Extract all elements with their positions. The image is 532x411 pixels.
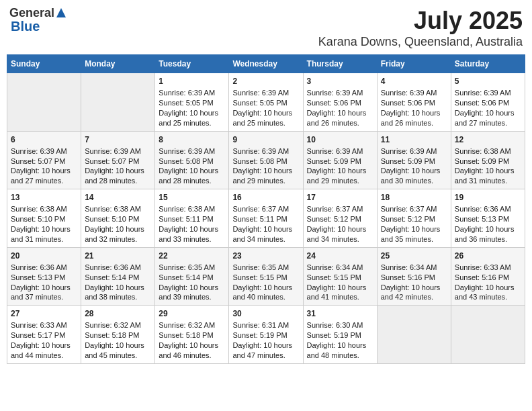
day-info: Sunrise: 6:34 AM (381, 263, 447, 273)
day-info: and 44 minutes. (11, 351, 77, 361)
day-number: 11 (381, 134, 447, 145)
day-info: and 29 minutes. (232, 176, 299, 186)
day-info: Daylight: 10 hours (232, 108, 299, 118)
day-info: Sunrise: 6:38 AM (159, 204, 225, 214)
day-info: Daylight: 10 hours (159, 340, 225, 351)
day-number: 22 (159, 250, 225, 261)
day-info: and 39 minutes. (159, 292, 225, 302)
day-info: Daylight: 10 hours (232, 224, 299, 234)
day-info: Daylight: 10 hours (381, 283, 447, 293)
day-number: 13 (11, 192, 77, 203)
logo: General Blue (9, 7, 67, 34)
day-info: Sunrise: 6:39 AM (159, 88, 225, 98)
calendar-cell: 3Sunrise: 6:39 AMSunset: 5:06 PMDaylight… (303, 73, 377, 132)
day-info: Sunset: 5:05 PM (232, 98, 299, 108)
day-info: and 29 minutes. (307, 176, 373, 186)
calendar-cell: 29Sunrise: 6:32 AMSunset: 5:18 PMDayligh… (155, 306, 229, 364)
calendar-week-row: 6Sunrise: 6:39 AMSunset: 5:07 PMDaylight… (7, 131, 525, 189)
day-number: 14 (85, 192, 151, 203)
day-number: 5 (455, 76, 521, 87)
day-info: Sunset: 5:05 PM (159, 98, 225, 108)
day-info: Sunset: 5:06 PM (381, 98, 447, 108)
day-info: Sunset: 5:11 PM (232, 214, 299, 224)
calendar-cell (7, 73, 81, 132)
day-info: Sunrise: 6:37 AM (232, 204, 299, 214)
day-info: Daylight: 10 hours (381, 108, 447, 118)
day-info: and 34 minutes. (232, 234, 299, 244)
day-info: Sunrise: 6:39 AM (85, 146, 151, 156)
logo-icon (55, 7, 67, 19)
day-number: 23 (232, 250, 299, 261)
day-info: Sunset: 5:13 PM (455, 214, 521, 224)
day-info: Daylight: 10 hours (85, 224, 151, 234)
title-block: July 2025 Karana Downs, Queensland, Aust… (318, 7, 523, 49)
day-info: and 26 minutes. (307, 118, 373, 128)
day-info: Sunrise: 6:39 AM (307, 88, 373, 98)
day-info: Sunrise: 6:39 AM (381, 146, 447, 156)
day-info: Sunset: 5:18 PM (85, 330, 151, 340)
calendar-cell: 16Sunrise: 6:37 AMSunset: 5:11 PMDayligh… (229, 189, 303, 248)
day-info: and 26 minutes. (381, 118, 447, 128)
day-number: 26 (455, 250, 521, 261)
day-info: Sunrise: 6:39 AM (232, 88, 299, 98)
col-header-monday: Monday (81, 55, 155, 73)
day-info: Sunset: 5:16 PM (381, 273, 447, 283)
day-number: 15 (159, 192, 225, 203)
calendar-week-row: 27Sunrise: 6:33 AMSunset: 5:17 PMDayligh… (7, 306, 525, 364)
day-info: Sunset: 5:19 PM (307, 330, 373, 340)
calendar-cell: 27Sunrise: 6:33 AMSunset: 5:17 PMDayligh… (7, 306, 81, 364)
day-number: 9 (232, 134, 299, 145)
day-info: Daylight: 10 hours (307, 283, 373, 293)
calendar-cell: 28Sunrise: 6:32 AMSunset: 5:18 PMDayligh… (81, 306, 155, 364)
day-info: and 25 minutes. (232, 118, 299, 128)
calendar-cell: 14Sunrise: 6:38 AMSunset: 5:10 PMDayligh… (81, 189, 155, 248)
calendar-cell: 2Sunrise: 6:39 AMSunset: 5:05 PMDaylight… (229, 73, 303, 132)
page-subtitle: Karana Downs, Queensland, Australia (318, 35, 523, 49)
day-info: and 27 minutes. (11, 176, 77, 186)
day-info: Sunset: 5:15 PM (232, 273, 299, 283)
page-title: July 2025 (318, 7, 523, 35)
day-info: and 35 minutes. (381, 234, 447, 244)
day-info: Sunrise: 6:34 AM (307, 263, 373, 273)
day-info: Daylight: 10 hours (159, 108, 225, 118)
day-info: Daylight: 10 hours (455, 108, 521, 118)
day-number: 7 (85, 134, 151, 145)
day-info: and 28 minutes. (159, 176, 225, 186)
day-info: Sunrise: 6:36 AM (455, 204, 521, 214)
day-info: Sunrise: 6:39 AM (307, 146, 373, 156)
calendar-cell: 30Sunrise: 6:31 AMSunset: 5:19 PMDayligh… (229, 306, 303, 364)
calendar-cell: 1Sunrise: 6:39 AMSunset: 5:05 PMDaylight… (155, 73, 229, 132)
day-number: 1 (159, 76, 225, 87)
day-info: and 34 minutes. (307, 234, 373, 244)
day-info: Daylight: 10 hours (159, 283, 225, 293)
day-info: and 40 minutes. (232, 292, 299, 302)
logo-blue-text: Blue (11, 19, 40, 34)
day-info: Daylight: 10 hours (159, 166, 225, 176)
day-info: and 36 minutes. (455, 234, 521, 244)
calendar-cell: 20Sunrise: 6:36 AMSunset: 5:13 PMDayligh… (7, 247, 81, 306)
calendar-cell: 22Sunrise: 6:35 AMSunset: 5:14 PMDayligh… (155, 247, 229, 306)
calendar-cell: 24Sunrise: 6:34 AMSunset: 5:15 PMDayligh… (303, 247, 377, 306)
day-info: Sunset: 5:18 PM (159, 330, 225, 340)
day-number: 20 (11, 250, 77, 261)
day-info: and 43 minutes. (455, 292, 521, 302)
day-info: and 30 minutes. (381, 176, 447, 186)
day-info: Sunset: 5:11 PM (159, 214, 225, 224)
col-header-saturday: Saturday (451, 55, 525, 73)
day-number: 29 (159, 308, 225, 319)
day-info: and 45 minutes. (85, 351, 151, 361)
day-info: Sunrise: 6:39 AM (381, 88, 447, 98)
day-info: Sunset: 5:14 PM (85, 273, 151, 283)
day-info: and 42 minutes. (381, 292, 447, 302)
calendar-cell: 18Sunrise: 6:37 AMSunset: 5:12 PMDayligh… (377, 189, 451, 248)
day-info: Sunrise: 6:32 AM (159, 320, 225, 330)
calendar-cell: 9Sunrise: 6:39 AMSunset: 5:08 PMDaylight… (229, 131, 303, 189)
calendar-cell: 15Sunrise: 6:38 AMSunset: 5:11 PMDayligh… (155, 189, 229, 248)
day-info: and 33 minutes. (159, 234, 225, 244)
page-header: General Blue July 2025 Karana Downs, Que… (7, 7, 525, 49)
day-info: and 31 minutes. (455, 176, 521, 186)
day-info: Daylight: 10 hours (85, 166, 151, 176)
calendar-cell: 11Sunrise: 6:39 AMSunset: 5:09 PMDayligh… (377, 131, 451, 189)
day-info: Sunset: 5:09 PM (381, 156, 447, 167)
svg-marker-0 (56, 8, 66, 17)
